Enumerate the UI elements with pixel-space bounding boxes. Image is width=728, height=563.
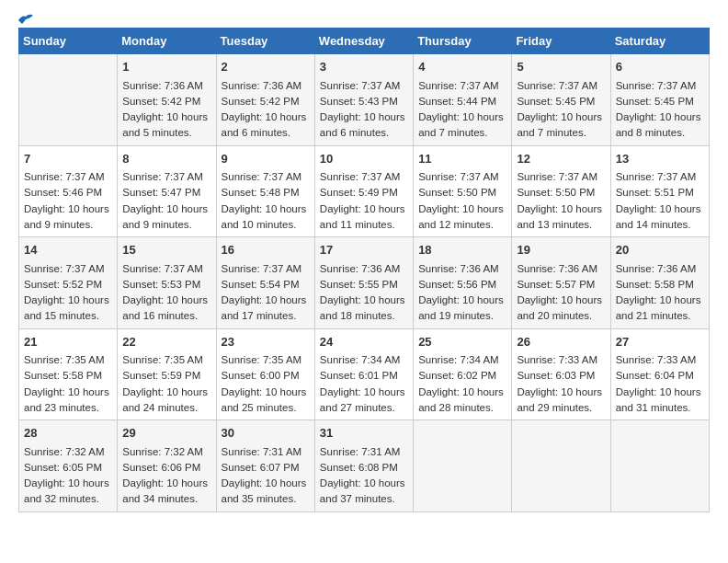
sunrise-text: Sunrise: 7:37 AM [122, 263, 203, 274]
day-number: 17 [320, 241, 408, 259]
sunrise-text: Sunrise: 7:32 AM [24, 446, 105, 457]
daylight-text: Daylight: 10 hours and 7 minutes. [517, 111, 602, 138]
calendar-cell: 31Sunrise: 7:31 AMSunset: 6:08 PMDayligh… [314, 420, 413, 512]
day-number: 24 [320, 333, 408, 351]
day-number: 28 [24, 424, 112, 442]
sunset-text: Sunset: 6:02 PM [418, 370, 496, 381]
sunrise-text: Sunrise: 7:37 AM [24, 263, 105, 274]
daylight-text: Daylight: 10 hours and 12 minutes. [418, 203, 504, 230]
sunrise-text: Sunrise: 7:34 AM [418, 354, 499, 365]
day-number: 1 [122, 58, 210, 76]
daylight-text: Daylight: 10 hours and 23 minutes. [24, 386, 109, 413]
day-number: 21 [24, 333, 112, 351]
calendar-week-row: 1Sunrise: 7:36 AMSunset: 5:42 PMDaylight… [19, 54, 710, 146]
sunset-text: Sunset: 5:53 PM [122, 279, 200, 290]
sunrise-text: Sunrise: 7:37 AM [320, 80, 401, 91]
calendar-cell: 30Sunrise: 7:31 AMSunset: 6:07 PMDayligh… [216, 420, 314, 512]
sunset-text: Sunset: 6:04 PM [616, 370, 694, 381]
sunset-text: Sunset: 5:55 PM [320, 279, 398, 290]
calendar-week-row: 14Sunrise: 7:37 AMSunset: 5:52 PMDayligh… [19, 237, 710, 329]
daylight-text: Daylight: 10 hours and 34 minutes. [122, 477, 208, 504]
column-header-wednesday: Wednesday [314, 29, 413, 54]
day-number: 11 [418, 150, 506, 168]
daylight-text: Daylight: 10 hours and 17 minutes. [222, 294, 307, 321]
daylight-text: Daylight: 10 hours and 27 minutes. [320, 386, 405, 413]
sunset-text: Sunset: 5:52 PM [24, 279, 102, 290]
sunset-text: Sunset: 5:50 PM [517, 187, 595, 198]
sunrise-text: Sunrise: 7:32 AM [122, 446, 203, 457]
daylight-text: Daylight: 10 hours and 13 minutes. [517, 203, 602, 230]
sunrise-text: Sunrise: 7:37 AM [320, 171, 401, 182]
sunset-text: Sunset: 5:47 PM [122, 187, 200, 198]
sunrise-text: Sunrise: 7:37 AM [222, 171, 302, 182]
calendar-cell: 20Sunrise: 7:36 AMSunset: 5:58 PMDayligh… [610, 237, 709, 329]
day-number: 20 [616, 241, 704, 259]
calendar-cell: 19Sunrise: 7:36 AMSunset: 5:57 PMDayligh… [512, 237, 610, 329]
sunrise-text: Sunrise: 7:36 AM [320, 263, 401, 274]
sunrise-text: Sunrise: 7:37 AM [517, 171, 597, 182]
calendar-cell: 18Sunrise: 7:36 AMSunset: 5:56 PMDayligh… [414, 237, 512, 329]
sunset-text: Sunset: 6:07 PM [222, 462, 300, 473]
column-header-tuesday: Tuesday [216, 29, 314, 54]
sunset-text: Sunset: 5:45 PM [616, 96, 694, 107]
calendar-cell: 10Sunrise: 7:37 AMSunset: 5:49 PMDayligh… [314, 145, 413, 237]
calendar-week-row: 28Sunrise: 7:32 AMSunset: 6:05 PMDayligh… [19, 420, 710, 512]
daylight-text: Daylight: 10 hours and 18 minutes. [320, 294, 405, 321]
sunrise-text: Sunrise: 7:37 AM [616, 171, 697, 182]
sunrise-text: Sunrise: 7:35 AM [122, 354, 203, 365]
column-header-friday: Friday [512, 29, 610, 54]
sunrise-text: Sunrise: 7:36 AM [418, 263, 499, 274]
calendar-cell: 21Sunrise: 7:35 AMSunset: 5:58 PMDayligh… [19, 328, 118, 420]
sunrise-text: Sunrise: 7:35 AM [24, 354, 105, 365]
daylight-text: Daylight: 10 hours and 28 minutes. [418, 386, 504, 413]
calendar-table: SundayMondayTuesdayWednesdayThursdayFrid… [18, 28, 710, 512]
sunset-text: Sunset: 6:03 PM [517, 370, 595, 381]
day-number: 5 [517, 58, 605, 76]
sunset-text: Sunset: 5:54 PM [222, 279, 300, 290]
daylight-text: Daylight: 10 hours and 16 minutes. [122, 294, 208, 321]
sunrise-text: Sunrise: 7:33 AM [517, 354, 597, 365]
day-number: 10 [320, 150, 408, 168]
day-number: 3 [320, 58, 408, 76]
sunrise-text: Sunrise: 7:36 AM [616, 263, 697, 274]
calendar-cell: 9Sunrise: 7:37 AMSunset: 5:48 PMDaylight… [216, 145, 314, 237]
calendar-cell: 23Sunrise: 7:35 AMSunset: 6:00 PMDayligh… [216, 328, 314, 420]
column-header-thursday: Thursday [414, 29, 512, 54]
day-number: 2 [222, 58, 310, 76]
daylight-text: Daylight: 10 hours and 37 minutes. [320, 477, 405, 504]
daylight-text: Daylight: 10 hours and 15 minutes. [24, 294, 109, 321]
sunrise-text: Sunrise: 7:37 AM [418, 80, 499, 91]
column-header-saturday: Saturday [610, 29, 709, 54]
column-header-sunday: Sunday [19, 29, 118, 54]
calendar-cell [19, 54, 118, 146]
calendar-cell: 15Sunrise: 7:37 AMSunset: 5:53 PMDayligh… [118, 237, 216, 329]
day-number: 25 [418, 333, 506, 351]
calendar-cell: 4Sunrise: 7:37 AMSunset: 5:44 PMDaylight… [414, 54, 512, 146]
logo-bird-icon [17, 11, 35, 29]
sunrise-text: Sunrise: 7:35 AM [222, 354, 302, 365]
sunset-text: Sunset: 5:56 PM [418, 279, 496, 290]
day-number: 29 [122, 424, 210, 442]
sunset-text: Sunset: 5:44 PM [418, 96, 496, 107]
daylight-text: Daylight: 10 hours and 7 minutes. [418, 111, 504, 138]
calendar-cell [512, 420, 610, 512]
sunset-text: Sunset: 5:48 PM [222, 187, 300, 198]
day-number: 6 [616, 58, 704, 76]
sunset-text: Sunset: 5:49 PM [320, 187, 398, 198]
sunrise-text: Sunrise: 7:36 AM [122, 80, 203, 91]
sunset-text: Sunset: 6:06 PM [122, 462, 200, 473]
daylight-text: Daylight: 10 hours and 24 minutes. [122, 386, 208, 413]
sunset-text: Sunset: 5:45 PM [517, 96, 595, 107]
daylight-text: Daylight: 10 hours and 25 minutes. [222, 386, 307, 413]
sunset-text: Sunset: 6:05 PM [24, 462, 102, 473]
sunset-text: Sunset: 5:58 PM [24, 370, 102, 381]
daylight-text: Daylight: 10 hours and 8 minutes. [616, 111, 701, 138]
calendar-cell [610, 420, 709, 512]
calendar-cell: 29Sunrise: 7:32 AMSunset: 6:06 PMDayligh… [118, 420, 216, 512]
day-number: 19 [517, 241, 605, 259]
sunset-text: Sunset: 5:43 PM [320, 96, 398, 107]
day-number: 27 [616, 333, 704, 351]
daylight-text: Daylight: 10 hours and 31 minutes. [616, 386, 701, 413]
day-number: 31 [320, 424, 408, 442]
sunrise-text: Sunrise: 7:36 AM [222, 80, 302, 91]
